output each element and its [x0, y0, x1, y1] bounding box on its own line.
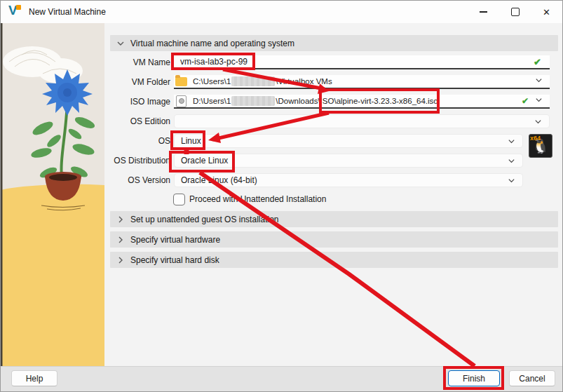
valid-check-icon: ✔ [522, 96, 529, 106]
x64-badge: x64 [530, 135, 541, 142]
maximize-icon [511, 8, 520, 16]
section-unattended-install[interactable]: Set up unattended guest OS installation [110, 211, 558, 227]
section-virtual-hard-disk[interactable]: Specify virtual hard disk [110, 252, 558, 268]
window-title: New Virtual Machine [29, 7, 106, 17]
chevron-down-icon [535, 96, 543, 106]
section-title: Specify virtual hard disk [130, 255, 219, 265]
vm-name-value: vm-isa-lab3-pc-99 [180, 57, 247, 67]
chevron-down-icon [535, 76, 543, 86]
folder-icon [175, 77, 187, 86]
section-virtual-hardware[interactable]: Specify virtual hardware [110, 231, 558, 248]
close-button[interactable]: ✕ [531, 1, 562, 23]
vm-folder-label: VM Folder [106, 75, 170, 89]
redacted-blur [231, 76, 275, 86]
close-icon: ✕ [543, 8, 550, 17]
chevron-right-icon [116, 236, 125, 244]
unattended-installation-checkbox[interactable] [173, 194, 185, 205]
section-name-and-os[interactable]: Virtual machine name and operating syste… [110, 35, 558, 51]
os-value: Linux [181, 136, 201, 146]
vm-folder-path-prefix: C:\Users\1 [193, 77, 231, 86]
flower-illustration [1, 23, 104, 366]
chevron-down-icon [508, 157, 515, 167]
os-distribution-label: OS Distribution [106, 154, 170, 168]
iso-image-combo[interactable]: D:\Users\1 \Downloads\ISO\alpine-virt-3.… [174, 95, 550, 109]
os-distribution-combo[interactable]: Oracle Linux [174, 154, 523, 168]
vm-name-input[interactable]: vm-isa-lab3-pc-99 ✔ [174, 55, 550, 69]
os-label: OS [106, 134, 170, 148]
cancel-button[interactable]: Cancel [509, 370, 555, 386]
iso-path-file: \alpine-virt-3.23.3-x86_64.iso [334, 97, 437, 105]
minimize-icon [480, 11, 487, 12]
os-type-tux-x64-icon: 🐧 x64 [529, 134, 552, 158]
redacted-blur [231, 96, 275, 106]
title-bar: V New Virtual Machine ✕ [1, 1, 562, 23]
vm-name-label: VM Name [106, 55, 170, 69]
chevron-right-icon [116, 215, 125, 224]
help-button[interactable]: Help [11, 370, 57, 386]
chevron-right-icon [116, 256, 125, 264]
sidebar-artwork [1, 23, 104, 366]
chevron-down-icon [534, 118, 542, 128]
new-vm-dialog: V New Virtual Machine ✕ [0, 0, 563, 392]
unattended-installation-label: Proceed with Unattended Installation [189, 194, 326, 205]
section-title: Virtual machine name and operating syste… [130, 39, 294, 48]
iso-path-prefix: D:\Users\1 [193, 97, 231, 105]
iso-file-icon [176, 95, 186, 107]
vm-folder-combo[interactable]: C:\Users\1 \Virtualbox VMs [174, 75, 550, 89]
os-distribution-value: Oracle Linux [181, 156, 228, 165]
os-version-combo[interactable]: Oracle Linux (64-bit) [174, 173, 523, 187]
os-version-label: OS Version [106, 173, 170, 187]
maximize-button[interactable] [499, 1, 531, 23]
iso-path-mid: \Downloads\ISO [276, 97, 334, 105]
section-title: Specify virtual hardware [130, 235, 220, 245]
iso-image-label: ISO Image [106, 95, 170, 109]
finish-button[interactable]: Finish [448, 370, 500, 386]
valid-check-icon: ✔ [534, 57, 541, 67]
os-combo[interactable]: Linux [174, 134, 523, 148]
chevron-down-icon [508, 137, 515, 147]
os-edition-combo[interactable] [174, 114, 550, 128]
chevron-down-icon [508, 177, 515, 187]
os-version-value: Oracle Linux (64-bit) [181, 175, 257, 185]
virtualbox-logo-icon: V [8, 5, 24, 19]
os-edition-label: OS Edition [106, 114, 170, 128]
chevron-down-icon [116, 39, 125, 48]
vm-folder-path-suffix: \Virtualbox VMs [276, 77, 332, 86]
section-title: Set up unattended guest OS installation [130, 215, 278, 224]
minimize-button[interactable] [468, 1, 499, 23]
